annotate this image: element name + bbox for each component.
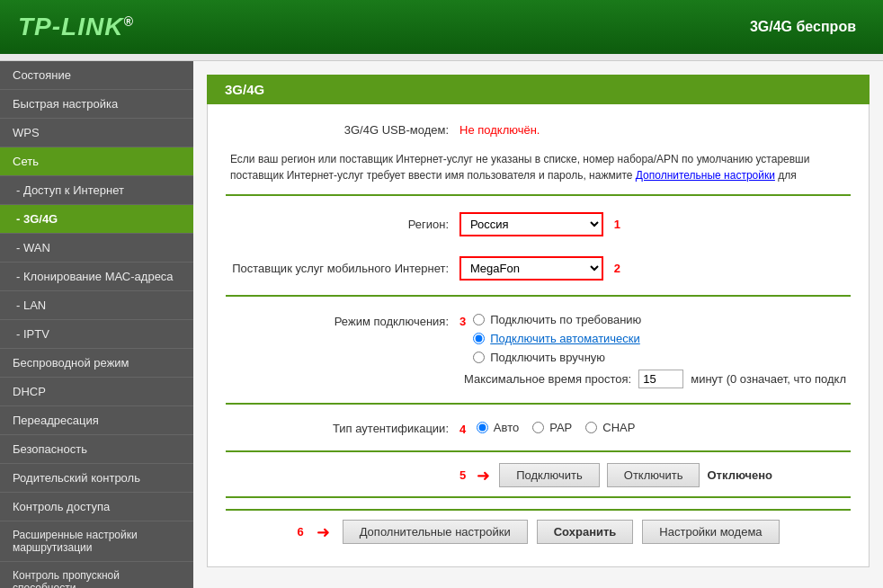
form-area: 3G/4G USB-модем: Не подключён. Если ваш … — [207, 104, 870, 567]
auth-type-row: Тип аутентификации: 4 Авто PAP — [226, 415, 851, 441]
status-text: Отключено — [707, 468, 772, 482]
auth-chap[interactable]: CHAP — [585, 421, 635, 434]
sidebar-item-3g4g[interactable]: - 3G/4G — [0, 205, 193, 234]
sidebar-item-security[interactable]: Безопасность — [0, 435, 193, 464]
auth-auto[interactable]: Авто — [477, 421, 519, 434]
sidebar-item-iptv[interactable]: - IPTV — [0, 320, 193, 349]
sidebar-item-access-control[interactable]: Контроль доступа — [0, 493, 193, 521]
region-value-container: Россия 1 — [459, 212, 851, 236]
provider-value-container: MegaFon 2 — [459, 256, 851, 281]
auth-auto-label: Авто — [494, 421, 519, 434]
bottom-buttons-row: 6 ➜ Дополнительные настройки Сохранить Н… — [226, 509, 851, 553]
step1-label: 1 — [614, 218, 620, 231]
radio-demand[interactable]: Подключить по требованию — [473, 313, 851, 326]
auth-chap-label: CHAP — [602, 421, 635, 434]
sidebar-item-status[interactable]: Состояние — [0, 61, 193, 90]
max-idle-input[interactable] — [638, 370, 683, 388]
page-title: 3G/4G — [207, 75, 870, 104]
radio-auto-label: Подключить автоматически — [490, 332, 640, 345]
sidebar-item-forwarding[interactable]: Переадресация — [0, 406, 193, 435]
auth-type-label: Тип аутентификации: — [226, 422, 459, 435]
header: TP-LINK® 3G/4G беспров — [0, 0, 883, 54]
radio-manual-label: Подключить вручную — [490, 351, 605, 364]
region-select[interactable]: Россия — [459, 212, 603, 236]
divider-bottom — [226, 496, 851, 498]
connect-buttons-row: 5 ➜ Подключить Отключить Отключено — [459, 463, 851, 487]
header-title: 3G/4G беспров — [750, 19, 865, 35]
provider-label: Поставщик услуг мобильного Интернет: — [226, 262, 459, 275]
auth-pap-input[interactable] — [532, 422, 544, 433]
connection-mode-row: Режим подключения: 3 Подключить по требо… — [226, 307, 851, 394]
main-layout: Состояние Быстрая настройка WPS Сеть - Д… — [0, 61, 883, 588]
max-idle-row: Максимальное время простоя: минут (0 озн… — [459, 370, 851, 388]
info-text: Если ваш регион или поставщик Интернет-у… — [226, 151, 851, 183]
provider-row: Поставщик услуг мобильного Интернет: Meg… — [226, 251, 851, 286]
max-idle-suffix: минут (0 означает, что подкл — [691, 372, 846, 386]
sidebar-item-dhcp[interactable]: DHCP — [0, 378, 193, 406]
content-area: 3G/4G 3G/4G USB-модем: Не подключён. Есл… — [193, 61, 883, 588]
usb-modem-row: 3G/4G USB-модем: Не подключён. — [226, 118, 851, 142]
sidebar-item-wireless[interactable]: Беспроводной режим — [0, 349, 193, 378]
sidebar-item-network[interactable]: Сеть — [0, 147, 193, 176]
auth-pap-label: PAP — [549, 421, 572, 434]
info-text-part2: для — [778, 169, 797, 182]
connection-mode-label: Режим подключения: — [226, 313, 459, 328]
sidebar-item-parental[interactable]: Родительский контроль — [0, 464, 193, 493]
step5-label: 5 — [459, 468, 466, 482]
divider-buttons — [226, 450, 851, 452]
sub-header-bar — [0, 54, 883, 61]
sidebar-item-wan[interactable]: - WAN — [0, 234, 193, 263]
save-button[interactable]: Сохранить — [537, 520, 634, 544]
sidebar: Состояние Быстрая настройка WPS Сеть - Д… — [0, 61, 193, 588]
usb-status: Не подключён. — [459, 123, 851, 137]
connection-mode-options: 3 Подключить по требованию Подключить ав… — [459, 313, 851, 388]
usb-label: 3G/4G USB-модем: — [226, 123, 459, 137]
auth-pap[interactable]: PAP — [532, 421, 572, 434]
divider-auth — [226, 403, 851, 405]
sidebar-item-internet[interactable]: - Доступ к Интернет — [0, 176, 193, 205]
radio-manual[interactable]: Подключить вручную — [473, 351, 851, 364]
sidebar-item-quick-setup[interactable]: Быстрая настройка — [0, 90, 193, 119]
disconnect-button[interactable]: Отключить — [607, 463, 700, 487]
radio-auto[interactable]: Подключить автоматически — [473, 332, 851, 345]
logo: TP-LINK® — [18, 13, 134, 41]
radio-auto-input[interactable] — [473, 333, 485, 344]
arrow-save: ➜ — [317, 522, 330, 542]
auth-auto-input[interactable] — [477, 422, 488, 433]
sidebar-item-bandwidth[interactable]: Контроль пропускной способности — [0, 562, 193, 588]
region-label: Регион: — [226, 218, 459, 231]
additional-settings-link[interactable]: Дополнительные настройки — [636, 169, 775, 182]
sidebar-item-mac-clone[interactable]: - Клонирование МАС-адреса — [0, 263, 193, 291]
auth-radio-group: Авто PAP CHAP — [477, 421, 636, 434]
connection-radio-group: Подключить по требованию Подключить авто… — [473, 313, 851, 364]
step3-label: 3 — [459, 315, 466, 328]
sidebar-item-routing[interactable]: Расширенные настройки маршрутизации — [0, 521, 193, 562]
auth-chap-input[interactable] — [585, 422, 597, 433]
connect-button[interactable]: Подключить — [499, 463, 600, 487]
additional-settings-button[interactable]: Дополнительные настройки — [343, 520, 528, 544]
divider-top — [226, 194, 851, 196]
auth-type-options: 4 Авто PAP CHAP — [459, 421, 851, 436]
logo-dot: ® — [123, 14, 133, 29]
arrow-connect: ➜ — [477, 466, 490, 486]
logo-text: TP-LINK — [18, 13, 123, 40]
sidebar-item-wps[interactable]: WPS — [0, 119, 193, 147]
provider-select[interactable]: MegaFon — [459, 256, 603, 281]
step6-label: 6 — [297, 525, 303, 539]
region-row: Регион: Россия 1 — [226, 207, 851, 242]
step2-label: 2 — [614, 262, 620, 275]
step4-label: 4 — [459, 423, 466, 436]
radio-manual-input[interactable] — [473, 352, 485, 363]
max-idle-label: Максимальное время простоя: — [464, 372, 631, 386]
divider-mid — [226, 295, 851, 297]
modem-settings-button[interactable]: Настройки модема — [642, 520, 779, 544]
radio-demand-label: Подключить по требованию — [490, 313, 641, 326]
sidebar-item-lan[interactable]: - LAN — [0, 291, 193, 320]
radio-demand-input[interactable] — [473, 314, 485, 325]
